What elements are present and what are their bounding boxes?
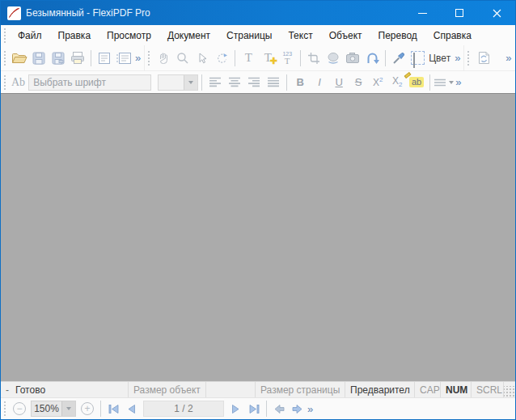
text-tool-icon: T bbox=[245, 52, 252, 64]
maximize-button[interactable] bbox=[441, 1, 478, 25]
next-page-button[interactable] bbox=[227, 400, 245, 418]
eyedropper-button[interactable] bbox=[389, 49, 408, 68]
menu-document[interactable]: Документ bbox=[159, 27, 218, 45]
font-size-dropdown[interactable] bbox=[184, 75, 197, 90]
underline-icon: U bbox=[335, 77, 342, 87]
menu-view[interactable]: Просмотр bbox=[99, 27, 159, 45]
italic-icon: I bbox=[318, 77, 321, 87]
menu-pages[interactable]: Страницы bbox=[218, 27, 280, 45]
add-text-button[interactable]: T✚ bbox=[258, 49, 277, 68]
page-number-field[interactable]: 1 / 2 bbox=[143, 401, 224, 417]
last-page-button[interactable] bbox=[245, 400, 263, 418]
menu-file[interactable]: Файл bbox=[10, 27, 50, 45]
status-ready: - Готово bbox=[1, 382, 129, 397]
zoom-tool-button[interactable] bbox=[173, 49, 192, 68]
history-back-button[interactable] bbox=[270, 400, 288, 418]
status-spacer bbox=[206, 382, 255, 397]
first-page-button[interactable] bbox=[104, 400, 122, 418]
separator bbox=[235, 50, 235, 66]
menu-help[interactable]: Справка bbox=[425, 27, 480, 45]
bold-button[interactable]: B bbox=[290, 73, 310, 92]
align-justify-button[interactable] bbox=[264, 73, 283, 92]
align-center-button[interactable] bbox=[225, 73, 244, 92]
save-button[interactable] bbox=[29, 49, 49, 68]
zoom-dropdown[interactable] bbox=[61, 401, 75, 416]
separator bbox=[300, 50, 301, 66]
close-button[interactable] bbox=[478, 1, 515, 25]
crop-tool-icon bbox=[307, 52, 320, 65]
single-page-view-button[interactable] bbox=[95, 49, 114, 68]
menu-object[interactable]: Объект bbox=[321, 27, 370, 45]
history-forward-button[interactable] bbox=[288, 400, 306, 418]
zoom-out-icon: − bbox=[16, 403, 22, 414]
reflow-button[interactable] bbox=[362, 49, 382, 68]
page-refresh-button[interactable] bbox=[473, 49, 493, 68]
menu-edit[interactable]: Правка bbox=[50, 27, 99, 45]
zoom-level-combo[interactable]: 150% bbox=[31, 401, 76, 417]
strikethrough-icon: S bbox=[355, 77, 362, 87]
camera-snapshot-icon bbox=[345, 52, 360, 64]
status-num-lock: NUM bbox=[441, 382, 472, 397]
minimize-icon bbox=[418, 13, 427, 14]
menubar: Файл Правка Просмотр Документ Страницы Т… bbox=[1, 25, 515, 45]
menubar-grip[interactable] bbox=[3, 28, 6, 44]
zoom-in-icon: + bbox=[84, 403, 90, 414]
superscript-button[interactable]: X2 bbox=[368, 73, 387, 92]
snapshot-button[interactable] bbox=[343, 49, 362, 68]
toolbar-grip[interactable] bbox=[147, 50, 150, 66]
next-page-icon bbox=[231, 404, 241, 414]
align-right-button[interactable] bbox=[244, 73, 264, 92]
add-text-icon: T✚ bbox=[264, 52, 272, 64]
toolbar-grip[interactable] bbox=[3, 401, 6, 417]
menu-text[interactable]: Текст bbox=[280, 27, 320, 45]
align-left-button[interactable] bbox=[205, 73, 225, 92]
toolbar-overflow[interactable]: » bbox=[504, 52, 514, 64]
hand-tool-button[interactable] bbox=[154, 49, 173, 68]
numbered-text-button[interactable]: 123T bbox=[277, 49, 297, 68]
zoom-in-button[interactable]: + bbox=[81, 402, 94, 415]
save-icon bbox=[32, 52, 45, 65]
statusbar: - Готово Размер объект Размер страницы П… bbox=[1, 381, 515, 397]
eyedropper-icon bbox=[392, 52, 405, 65]
toolbar-grip[interactable] bbox=[467, 50, 470, 66]
open-button[interactable] bbox=[10, 49, 29, 68]
toolbar-overflow[interactable]: » bbox=[453, 52, 463, 64]
minimize-button[interactable] bbox=[404, 1, 441, 25]
page-view-continuous-icon bbox=[116, 52, 132, 65]
image-tool-button[interactable] bbox=[324, 49, 343, 68]
save-as-button[interactable] bbox=[49, 49, 68, 68]
toolbar-overflow[interactable]: » bbox=[306, 403, 316, 415]
continuous-view-button[interactable] bbox=[114, 49, 133, 68]
separator bbox=[286, 74, 287, 91]
zoom-out-button[interactable]: − bbox=[13, 402, 26, 415]
status-dash: - bbox=[6, 384, 9, 396]
underline-button[interactable]: U bbox=[329, 73, 349, 92]
chevron-down-icon bbox=[188, 81, 193, 84]
line-spacing-button[interactable] bbox=[434, 73, 454, 92]
bottom-toolbar: − 150% + 1 / 2 bbox=[1, 397, 515, 419]
resize-grip[interactable] bbox=[504, 386, 515, 397]
print-button[interactable] bbox=[68, 49, 87, 68]
font-size-combo[interactable] bbox=[158, 74, 198, 91]
titlebar[interactable]: Безымянный - FlexiPDF Pro bbox=[1, 1, 515, 25]
menu-translate[interactable]: Перевод bbox=[370, 27, 425, 45]
select-cursor-button[interactable] bbox=[192, 49, 212, 68]
italic-button[interactable]: I bbox=[310, 73, 329, 92]
separator bbox=[385, 50, 386, 66]
color-button[interactable]: Цвет bbox=[408, 49, 453, 68]
strikethrough-button[interactable]: S bbox=[349, 73, 368, 92]
crop-button[interactable] bbox=[304, 49, 324, 68]
history-forward-icon bbox=[291, 404, 303, 414]
edit-text-button[interactable]: T bbox=[239, 49, 258, 68]
toolbar-overflow[interactable]: » bbox=[133, 52, 144, 64]
toolbar-grip[interactable] bbox=[3, 74, 6, 91]
status-preview: Предварител bbox=[345, 382, 415, 397]
hand-tool-icon bbox=[157, 52, 170, 65]
previous-page-button[interactable] bbox=[122, 400, 140, 418]
highlight-button[interactable]: ab bbox=[407, 73, 426, 92]
toolbar-overflow[interactable]: » bbox=[454, 76, 464, 88]
font-name-combo[interactable]: Выбрать шрифт bbox=[28, 74, 151, 91]
toolbar-grip[interactable] bbox=[3, 50, 6, 66]
reflow-arrow-icon bbox=[366, 52, 379, 65]
rotate-tool-button[interactable] bbox=[212, 49, 231, 68]
